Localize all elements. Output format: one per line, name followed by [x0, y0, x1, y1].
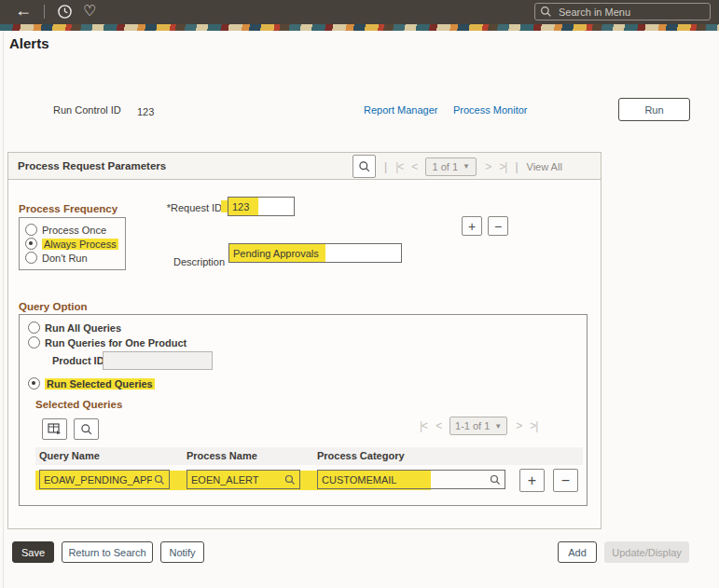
grid-search-icon[interactable] — [74, 418, 99, 440]
group-box-title: Process Request Parameters — [18, 160, 166, 171]
pagination-separator: | — [515, 160, 518, 173]
search-input[interactable] — [557, 6, 700, 19]
description-input[interactable] — [228, 243, 402, 263]
radio-dont-run[interactable]: Don't Run — [25, 252, 88, 264]
caret-down-icon: ▼ — [463, 162, 470, 171]
radio-circle[interactable] — [25, 238, 37, 250]
search-in-menu-box[interactable] — [534, 3, 711, 21]
grid-last-page-icon[interactable]: >| — [530, 419, 537, 432]
last-page-icon[interactable]: >| — [499, 160, 506, 173]
radio-run-queries-one-product[interactable]: Run Queries for One Product — [28, 336, 187, 349]
previous-page-icon[interactable]: < — [411, 160, 417, 173]
selected-queries-label: Selected Queries — [35, 399, 122, 410]
grid-row-counter-value: 1-1 of 1 — [455, 420, 490, 431]
process-category-lookup-icon[interactable] — [490, 474, 501, 485]
row-counter-dropdown[interactable]: 1 of 1 ▼ — [425, 157, 477, 176]
report-manager-link[interactable]: Report Manager — [364, 104, 438, 116]
top-navigation-bar: ← ♡ — [0, 0, 719, 24]
radio-circle[interactable] — [25, 252, 37, 264]
group-box-header: Process Request Parameters | |< < 1 of 1… — [8, 153, 601, 180]
process-monitor-link[interactable]: Process Monitor — [453, 104, 527, 116]
radio-label: Always Process — [42, 239, 118, 250]
radio-circle[interactable] — [28, 336, 40, 349]
update-display-button[interactable]: Update/Display — [604, 541, 689, 563]
save-button[interactable]: Save — [12, 541, 54, 563]
add-button[interactable]: Add — [558, 541, 597, 563]
topbar-divider — [44, 5, 45, 19]
page-title: Alerts — [9, 35, 49, 51]
grid-header-row: Query Name Process Name Process Category — [35, 447, 583, 465]
request-id-input[interactable] — [228, 197, 295, 216]
grid-personalize-icon[interactable] — [42, 418, 67, 440]
radio-label: Run Queries for One Product — [45, 337, 187, 349]
radio-label: Run Selected Queries — [45, 378, 155, 390]
query-option-label: Query Option — [19, 301, 87, 312]
radio-circle[interactable] — [25, 224, 37, 236]
radio-run-selected-queries[interactable]: Run Selected Queries — [28, 377, 155, 390]
grid-delete-row-button[interactable]: − — [553, 469, 578, 492]
column-header-process-category: Process Category — [317, 450, 405, 461]
grid-previous-page-icon[interactable]: < — [436, 419, 441, 432]
next-page-icon[interactable]: > — [485, 160, 491, 173]
delete-row-button[interactable]: − — [488, 216, 508, 236]
favorites-heart-icon[interactable]: ♡ — [83, 2, 96, 20]
find-search-button[interactable] — [353, 155, 376, 178]
grid-next-page-icon[interactable]: > — [516, 419, 521, 432]
run-control-id-label: Run Control ID — [53, 104, 121, 116]
add-row-button[interactable]: + — [462, 216, 482, 236]
query-name-input[interactable] — [39, 470, 170, 489]
recent-history-clock-icon[interactable] — [57, 4, 73, 20]
radio-process-once[interactable]: Process Once — [25, 224, 106, 236]
query-name-lookup-icon[interactable] — [154, 474, 165, 485]
grid-first-page-icon[interactable]: |< — [420, 419, 427, 432]
caret-down-icon: ▼ — [494, 422, 502, 431]
radio-label: Run All Queries — [45, 322, 121, 334]
radio-always-process[interactable]: Always Process — [25, 238, 118, 250]
return-to-search-button[interactable]: Return to Search — [62, 541, 153, 563]
radio-circle[interactable] — [28, 377, 40, 390]
radio-circle[interactable] — [28, 321, 40, 334]
product-id-label: Product ID — [52, 355, 104, 366]
request-id-label: *Request ID — [131, 202, 222, 213]
column-header-query-name: Query Name — [39, 450, 100, 461]
first-page-icon[interactable]: |< — [395, 160, 403, 173]
decorative-banner — [0, 24, 719, 31]
radio-label: Don't Run — [42, 253, 88, 264]
grid-row-counter-dropdown[interactable]: 1-1 of 1 ▼ — [449, 417, 507, 435]
run-control-id-value: 123 — [137, 106, 154, 117]
process-name-lookup-icon[interactable] — [284, 474, 296, 485]
view-all-link[interactable]: View All — [527, 161, 562, 172]
page-edge-line — [3, 31, 4, 588]
notify-button[interactable]: Notify — [160, 541, 204, 563]
process-name-input[interactable] — [187, 470, 300, 489]
process-category-input[interactable] — [317, 470, 505, 489]
column-header-process-name: Process Name — [187, 450, 257, 461]
grid-add-row-button[interactable]: + — [519, 469, 545, 492]
search-icon — [540, 6, 552, 18]
radio-run-all-queries[interactable]: Run All Queries — [28, 321, 121, 334]
row-counter-value: 1 of 1 — [433, 161, 459, 172]
product-id-input[interactable] — [103, 351, 213, 370]
alerts-page: ← ♡ Alerts Run Control ID 123 Report Man — [0, 0, 719, 588]
process-frequency-label: Process Frequency — [19, 203, 118, 214]
description-label: Description — [173, 256, 225, 267]
back-icon[interactable]: ← — [15, 1, 32, 21]
pagination-separator: | — [384, 160, 387, 173]
run-button[interactable]: Run — [618, 98, 690, 121]
radio-label: Process Once — [42, 225, 106, 236]
